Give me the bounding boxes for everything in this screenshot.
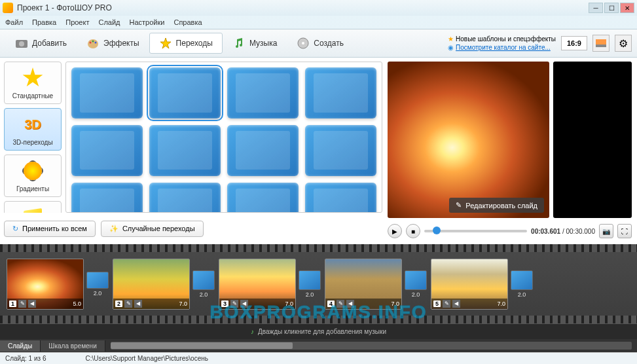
window-title: Проект 1 - ФотоШОУ PRO xyxy=(17,3,589,12)
transition-item[interactable] xyxy=(71,183,143,213)
filmstrip-top xyxy=(0,244,637,252)
transition-thumb[interactable] xyxy=(511,270,533,290)
category-favorites[interactable] xyxy=(4,201,62,213)
svg-point-3 xyxy=(90,42,92,44)
prev-icon[interactable]: ◀ xyxy=(134,300,142,308)
random-button[interactable]: ✨ Случайные переходы xyxy=(101,221,204,237)
maximize-button[interactable]: ☐ xyxy=(604,3,619,13)
menu-file[interactable]: Файл xyxy=(5,18,23,26)
play-button[interactable]: ▶ xyxy=(388,224,402,238)
promo-box: ★ Новые шаблоны и спецэффекты ◉ Посмотри… xyxy=(448,35,556,52)
music-note-icon: ♪ xyxy=(251,328,254,335)
fullscreen-button[interactable]: ⛶ xyxy=(617,224,632,238)
transition-item[interactable] xyxy=(227,125,299,176)
gradient-icon xyxy=(24,162,42,180)
transition-thumb[interactable] xyxy=(192,270,215,290)
prev-icon[interactable]: ◀ xyxy=(346,300,354,308)
apply-all-button[interactable]: ↻ Применить ко всем xyxy=(4,221,96,237)
pencil-icon: ✎ xyxy=(456,201,462,209)
transition-item[interactable] xyxy=(227,67,299,118)
transition-item[interactable] xyxy=(305,67,376,118)
tab-transitions[interactable]: Переходы xyxy=(149,33,223,54)
transition-grid xyxy=(65,62,382,213)
edit-slide-button[interactable]: ✎ Редактировать слайд xyxy=(449,198,544,213)
palette-icon xyxy=(86,37,100,49)
time-current: 00:03.601 / 00:30.000 xyxy=(531,228,595,235)
category-3d[interactable]: 3D 3D-переходы xyxy=(4,108,62,151)
transition-item[interactable] xyxy=(149,125,221,176)
transition-item[interactable] xyxy=(149,67,221,118)
close-button[interactable]: ✕ xyxy=(620,3,634,13)
star-icon xyxy=(22,67,43,88)
promo-link[interactable]: Посмотрите каталог на сайте... xyxy=(456,44,551,51)
transition-item[interactable] xyxy=(305,183,376,213)
settings-button[interactable]: ⚙ xyxy=(615,35,632,52)
transition-item[interactable] xyxy=(71,67,143,118)
camera-icon: 📷 xyxy=(602,228,610,235)
edit-icon[interactable]: ✎ xyxy=(230,300,238,308)
preview-next[interactable] xyxy=(553,62,632,218)
gear-icon: ⚙ xyxy=(619,37,628,50)
menu-settings[interactable]: Настройки xyxy=(130,18,165,26)
slide-thumb[interactable]: 3 ✎ ◀ 7.0 xyxy=(219,259,296,310)
tab-effects[interactable]: Эффекты xyxy=(77,33,149,54)
edit-icon[interactable]: ✎ xyxy=(18,300,26,308)
prev-icon[interactable]: ◀ xyxy=(240,300,248,308)
aspect-ratio-button[interactable]: 16:9 xyxy=(561,36,587,50)
svg-point-5 xyxy=(95,42,97,44)
prev-icon[interactable]: ◀ xyxy=(28,300,36,308)
transition-thumb[interactable] xyxy=(86,272,109,289)
menu-help[interactable]: Справка xyxy=(173,18,202,26)
slide-thumb[interactable]: 4 ✎ ◀ 7.0 xyxy=(325,259,402,310)
slide-thumb[interactable]: 5 ✎ ◀ 7.0 xyxy=(431,259,508,310)
transition-item[interactable] xyxy=(305,125,376,176)
titlebar: Проект 1 - ФотоШОУ PRO ─ ☐ ✕ xyxy=(0,0,637,16)
music-track[interactable]: ♪ Дважды кликните для добавления музыки xyxy=(0,323,637,339)
preview-main[interactable]: ✎ Редактировать слайд xyxy=(388,62,549,218)
category-standard[interactable]: Стандартные xyxy=(4,62,62,104)
timeline: 1 ✎ ◀ 5.0 2.0 2 ✎ ◀ 7.0 2. xyxy=(0,244,637,352)
transition-item[interactable] xyxy=(227,183,299,213)
slides-track[interactable]: 1 ✎ ◀ 5.0 2.0 2 ✎ ◀ 7.0 2. xyxy=(0,252,637,316)
edit-icon[interactable]: ✎ xyxy=(443,300,450,308)
toolbar: Добавить Эффекты Переходы Музыка Создать… xyxy=(0,29,637,58)
scrollbar-thumb[interactable] xyxy=(111,342,293,349)
statusbar: Слайд: 1 из 6 C:\Users\Support Manager\P… xyxy=(0,352,637,364)
svg-rect-9 xyxy=(596,39,606,45)
minimize-button[interactable]: ─ xyxy=(589,3,603,13)
tab-create[interactable]: Создать xyxy=(287,33,354,54)
tab-music[interactable]: Музыка xyxy=(223,33,287,54)
transition-item[interactable] xyxy=(149,183,221,213)
snapshot-button[interactable]: 📷 xyxy=(599,224,613,238)
status-slide-count: Слайд: 1 из 6 xyxy=(5,355,46,362)
edit-icon[interactable]: ✎ xyxy=(124,300,132,308)
tab-add[interactable]: Добавить xyxy=(5,33,77,54)
menu-project[interactable]: Проект xyxy=(65,18,89,26)
note-icon xyxy=(24,208,42,213)
tab-timeline[interactable]: Шкала времени xyxy=(41,340,105,352)
tab-slides[interactable]: Слайды xyxy=(0,340,41,352)
prev-icon[interactable]: ◀ xyxy=(452,300,460,308)
transition-thumb[interactable] xyxy=(299,270,321,290)
slide-thumb[interactable]: 1 ✎ ◀ 5.0 xyxy=(7,259,84,310)
menu-edit[interactable]: Правка xyxy=(32,18,56,26)
category-gradients[interactable]: Градиенты xyxy=(4,155,62,197)
preview-toggle-button[interactable] xyxy=(592,35,610,52)
menubar: Файл Правка Проект Слайд Настройки Справ… xyxy=(0,16,637,29)
seek-bar[interactable] xyxy=(424,230,527,232)
wand-icon: ✨ xyxy=(109,225,118,233)
transition-item[interactable] xyxy=(71,125,143,176)
svg-point-1 xyxy=(19,41,24,46)
playback-bar: ▶ ■ 00:03.601 / 00:30.000 📷 ⛶ xyxy=(388,222,632,240)
svg-point-4 xyxy=(92,41,94,43)
menu-slide[interactable]: Слайд xyxy=(98,18,120,26)
music-note-icon xyxy=(232,37,246,49)
category-list: Стандартные 3D 3D-переходы Градиенты xyxy=(4,62,62,213)
timeline-scrollbar[interactable] xyxy=(111,342,632,350)
slide-thumb[interactable]: 2 ✎ ◀ 7.0 xyxy=(113,259,190,310)
transition-thumb[interactable] xyxy=(405,270,427,290)
edit-icon[interactable]: ✎ xyxy=(337,300,344,308)
stop-button[interactable]: ■ xyxy=(406,224,420,238)
camera-icon xyxy=(15,37,28,49)
seek-handle[interactable] xyxy=(433,227,441,234)
